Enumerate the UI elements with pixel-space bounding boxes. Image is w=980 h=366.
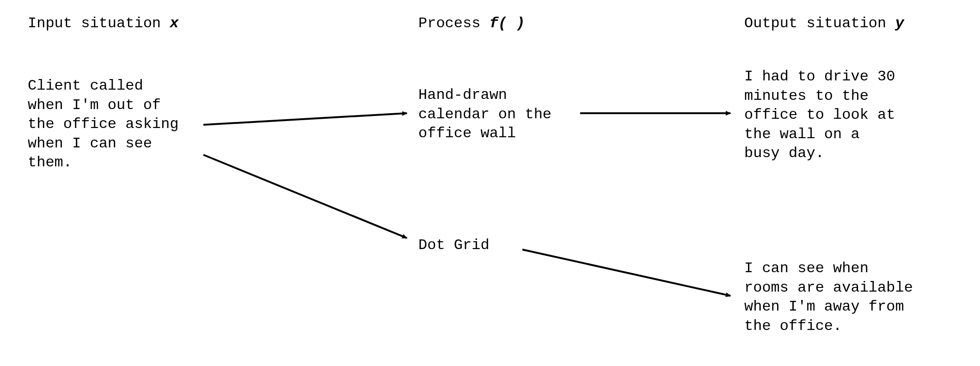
heading-input-var: x [170, 15, 178, 32]
heading-process: Process f( ) [418, 14, 525, 33]
heading-output: Output situation y [744, 14, 904, 33]
heading-process-prefix: Process [418, 15, 490, 32]
process1-text: Hand-drawn calendar on the office wall [418, 85, 576, 143]
heading-input: Input situation x [28, 14, 178, 33]
heading-output-var: y [895, 15, 904, 32]
arrow-process2-to-output2 [522, 250, 730, 296]
heading-output-prefix: Output situation [744, 15, 895, 32]
heading-process-var: f( ) [490, 15, 525, 32]
arrow-input-to-process2 [203, 155, 407, 238]
output1-text: I had to drive 30 minutes to the office … [744, 67, 929, 163]
arrow-input-to-process1 [203, 113, 407, 125]
heading-input-prefix: Input situation [28, 15, 170, 32]
process2-text: Dot Grid [418, 236, 576, 255]
input-text: Client called when I'm out of the office… [28, 76, 203, 172]
output2-text: I can see when rooms are available when … [744, 259, 929, 336]
